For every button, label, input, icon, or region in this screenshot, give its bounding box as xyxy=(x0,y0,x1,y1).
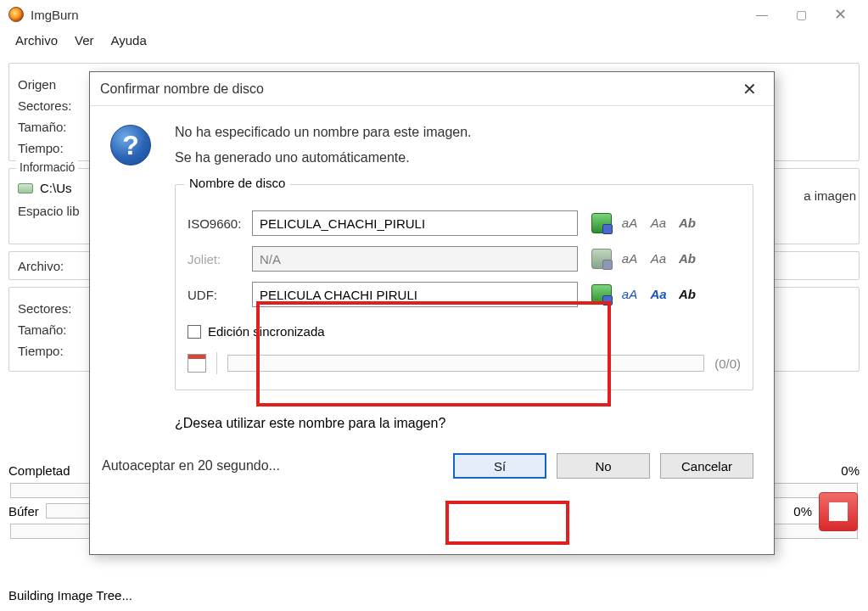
info-group-title: Informació xyxy=(16,160,78,174)
confirm-dialog: Confirmar nombre de disco ✕ No ha especi… xyxy=(89,71,775,555)
yes-button[interactable]: Sí xyxy=(453,453,546,479)
udf-case-Ab[interactable]: Ab xyxy=(676,284,698,303)
iso9660-case-Ab[interactable]: Ab xyxy=(676,213,698,232)
joliet-label: Joliet: xyxy=(188,252,252,266)
udf-case-Aa[interactable]: Aa xyxy=(647,284,669,303)
label-bufer: Búfer xyxy=(8,504,39,519)
question-icon xyxy=(110,125,151,165)
iso9660-tools: aA Aa Ab xyxy=(591,213,698,233)
close-button[interactable]: ✕ xyxy=(820,3,860,26)
dialog-close-button[interactable]: ✕ xyxy=(736,76,764,103)
udf-label: UDF: xyxy=(188,288,252,302)
mini-progress-row: (0/0) xyxy=(188,352,741,374)
maximize-button[interactable]: ▢ xyxy=(781,3,820,26)
question-text: ¿Desea utilizar este nombre para la imag… xyxy=(175,416,774,431)
stop-icon xyxy=(829,502,848,521)
auto-accept-label: Autoaceptar en 20 segundo... xyxy=(102,458,280,474)
iso9660-case-aA[interactable]: aA xyxy=(619,213,641,232)
udf-browse-icon[interactable] xyxy=(591,284,612,305)
dialog-buttons: Sí No Cancelar xyxy=(453,453,753,479)
sync-row: Edición sincronizada xyxy=(188,324,741,339)
cancel-button[interactable]: Cancelar xyxy=(660,453,753,479)
sync-checkbox[interactable] xyxy=(188,325,201,339)
dialog-titlebar: Confirmar nombre de disco ✕ xyxy=(90,72,774,106)
udf-case-aA[interactable]: aA xyxy=(619,284,641,303)
joliet-input xyxy=(252,246,578,272)
app-logo-icon xyxy=(8,7,24,22)
joliet-case-Aa: Aa xyxy=(647,249,669,267)
annotation-red-box-yes xyxy=(445,501,569,545)
joliet-browse-icon xyxy=(591,249,612,269)
disc-name-group-title: Nombre de disco xyxy=(184,176,290,190)
menu-ayuda[interactable]: Ayuda xyxy=(103,30,155,51)
iso9660-label: ISO9660: xyxy=(188,216,252,231)
iso9660-input[interactable] xyxy=(252,210,578,236)
udf-input[interactable] xyxy=(252,282,578,307)
menu-archivo[interactable]: Archivo xyxy=(7,30,66,51)
menubar: Archivo Ver Ayuda xyxy=(0,29,868,53)
statusbar: Building Image Tree... xyxy=(0,583,868,608)
joliet-tools: aA Aa Ab xyxy=(591,249,698,269)
button-row: Autoaceptar en 20 segundo... Sí No Cance… xyxy=(102,453,753,479)
label-completado: Completad xyxy=(8,463,70,478)
dialog-line2: Se ha generado uno automáticamente. xyxy=(175,150,472,165)
dialog-body: No ha especificado un nombre para este i… xyxy=(90,106,774,176)
menu-ver[interactable]: Ver xyxy=(66,30,103,51)
joliet-case-aA: aA xyxy=(619,249,641,267)
window-buttons: — ▢ ✕ xyxy=(742,3,860,26)
joliet-row: Joliet: aA Aa Ab xyxy=(188,241,741,277)
drive-icon xyxy=(18,183,33,193)
dialog-line1: No ha especificado un nombre para este i… xyxy=(175,125,472,140)
iso9660-browse-icon[interactable] xyxy=(591,213,612,233)
app-title: ImgBurn xyxy=(31,8,79,22)
completed-pct: 0% xyxy=(819,463,860,478)
disc-name-group: Nombre de disco ISO9660: aA Aa Ab Joliet… xyxy=(175,184,753,390)
drive-path: C:\Us xyxy=(40,181,72,195)
udf-row: UDF: aA Aa Ab xyxy=(188,277,741,312)
mini-count: (0/0) xyxy=(714,356,741,371)
joliet-case-Ab: Ab xyxy=(676,249,698,267)
stop-button[interactable] xyxy=(819,492,858,531)
separator xyxy=(216,352,217,374)
dialog-text: No ha especificado un nombre para este i… xyxy=(175,125,472,176)
iso9660-row: ISO9660: aA Aa Ab xyxy=(188,205,741,241)
iso9660-case-Aa[interactable]: Aa xyxy=(647,213,669,232)
dialog-title: Confirmar nombre de disco xyxy=(100,81,264,97)
calendar-icon[interactable] xyxy=(188,354,206,373)
sync-label: Edición sincronizada xyxy=(208,324,325,339)
minimize-button[interactable]: — xyxy=(742,3,781,26)
udf-tools: aA Aa Ab xyxy=(591,284,698,305)
buffer-pct: 0% xyxy=(771,504,812,519)
main-titlebar: ImgBurn — ▢ ✕ xyxy=(0,0,868,29)
mini-progress xyxy=(227,355,704,372)
no-button[interactable]: No xyxy=(557,453,650,479)
